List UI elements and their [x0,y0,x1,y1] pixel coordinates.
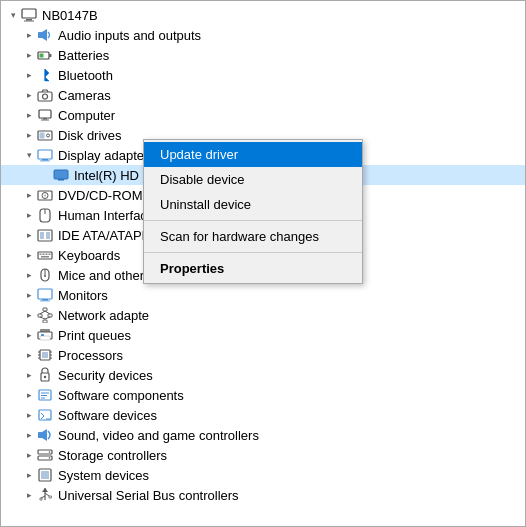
svg-rect-74 [41,471,49,479]
expand-icon-softwarecomp[interactable]: ▸ [21,387,37,403]
audio-icon [37,27,53,43]
svg-line-46 [40,317,45,319]
svg-rect-33 [41,256,49,258]
expand-icon-sound[interactable]: ▸ [21,427,37,443]
expand-icon-displayadapters[interactable]: ▾ [21,147,37,163]
tree-item-batteries[interactable]: ▸ Batteries [1,45,525,65]
tree-item-system-label: System devices [58,468,149,483]
svg-marker-76 [42,488,48,492]
svg-rect-1 [26,19,32,21]
tree-item-printqueues[interactable]: ▸ Print queues [1,325,525,345]
expand-icon-security[interactable]: ▸ [21,367,37,383]
expand-icon-batteries[interactable]: ▸ [21,47,37,63]
tree-item-storage[interactable]: ▸ Storage controllers [1,445,525,465]
tree-item-sound[interactable]: ▸ Sound, video and game controllers [1,425,525,445]
expand-icon-dvd[interactable]: ▸ [21,187,37,203]
svg-rect-50 [40,336,50,340]
expand-icon-computer[interactable]: ▸ [21,107,37,123]
context-menu-item-scan[interactable]: Scan for hardware changes [144,224,362,249]
scan-label: Scan for hardware changes [160,229,319,244]
context-menu-item-properties[interactable]: Properties [144,256,362,281]
uninstall-device-label: Uninstall device [160,197,251,212]
expand-icon-printqueues[interactable]: ▸ [21,327,37,343]
tree-item-monitors[interactable]: ▸ Monitors [1,285,525,305]
network-icon [37,307,53,323]
processor-icon [37,347,53,363]
svg-point-8 [43,94,48,99]
computer-icon [21,7,37,23]
software-icon [37,387,53,403]
svg-rect-27 [46,232,50,239]
svg-rect-11 [41,120,49,121]
tree-item-cameras[interactable]: ▸ Cameras [1,85,525,105]
tree-item-bluetooth-label: Bluetooth [58,68,113,83]
context-menu-item-disable[interactable]: Disable device [144,167,362,192]
expand-icon-root[interactable]: ▾ [5,7,21,23]
camera-icon [37,87,53,103]
expand-icon-processors[interactable]: ▸ [21,347,37,363]
tree-item-bluetooth[interactable]: ▸ Bluetooth [1,65,525,85]
ide-icon [37,227,53,243]
keyboard-icon [37,247,53,263]
tree-item-security-label: Security devices [58,368,153,383]
tree-item-network[interactable]: ▸ Network adapte [1,305,525,325]
tree-item-cameras-label: Cameras [58,88,111,103]
expand-icon-human[interactable]: ▸ [21,207,37,223]
tree-item-mice-label: Mice and other [58,268,144,283]
svg-point-71 [49,451,51,453]
tree-item-system[interactable]: ▸ System devices [1,465,525,485]
svg-rect-53 [42,352,48,358]
tree-item-displayadapters-label: Display adapters [58,148,155,163]
svg-rect-15 [38,150,52,159]
expand-icon-keyboards[interactable]: ▸ [21,247,37,263]
svg-rect-41 [38,314,42,317]
expand-icon-usb[interactable]: ▸ [21,487,37,503]
svg-line-47 [45,317,50,319]
expand-icon-mice[interactable]: ▸ [21,267,37,283]
expand-icon-network[interactable]: ▸ [21,307,37,323]
svg-rect-40 [43,308,47,311]
disable-device-label: Disable device [160,172,245,187]
bluetooth-icon [37,67,53,83]
context-menu-item-uninstall[interactable]: Uninstall device [144,192,362,217]
tree-item-root[interactable]: ▾ NB0147B [1,5,525,25]
expand-icon-storage[interactable]: ▸ [21,447,37,463]
svg-rect-28 [38,252,52,259]
display-item-icon [53,167,69,183]
expand-icon-bluetooth[interactable]: ▸ [21,67,37,83]
svg-rect-31 [46,254,48,256]
tree-item-dvd-label: DVD/CD-ROM d [58,188,153,203]
svg-rect-78 [49,496,52,498]
expand-icon-system[interactable]: ▸ [21,467,37,483]
svg-rect-30 [43,254,45,256]
tree-item-root-label: NB0147B [42,8,98,23]
svg-point-72 [49,457,51,459]
expand-icon-audio[interactable]: ▸ [21,27,37,43]
tree-item-monitors-label: Monitors [58,288,108,303]
tree-item-usb[interactable]: ▸ Universal Serial Bus controllers [1,485,525,505]
tree-item-keyboards-label: Keyboards [58,248,120,263]
svg-rect-19 [58,179,64,181]
expand-icon-softwaredev[interactable]: ▸ [21,407,37,423]
svg-rect-43 [43,320,47,323]
expand-icon-diskdrives[interactable]: ▸ [21,127,37,143]
tree-item-softwaredev[interactable]: ▸ Software devices [1,405,525,425]
display-icon [37,147,53,163]
tree-item-security[interactable]: ▸ Security devices [1,365,525,385]
expand-icon-cameras[interactable]: ▸ [21,87,37,103]
tree-item-batteries-label: Batteries [58,48,109,63]
tree-item-computer[interactable]: ▸ Computer [1,105,525,125]
expand-icon-monitors[interactable]: ▸ [21,287,37,303]
tree-item-audio[interactable]: ▸ Audio inputs and outputs [1,25,525,45]
svg-rect-18 [54,170,68,179]
sound-icon [37,427,53,443]
tree-item-softwarecomp[interactable]: ▸ Software components [1,385,525,405]
svg-point-36 [44,275,46,277]
expand-icon-ide[interactable]: ▸ [21,227,37,243]
context-menu-item-update[interactable]: Update driver [144,142,362,167]
svg-rect-13 [40,133,45,139]
mouse-icon [37,267,53,283]
storage-icon [37,447,53,463]
tree-item-human-label: Human Interfac [58,208,147,223]
tree-item-processors[interactable]: ▸ Processors [1,345,525,365]
